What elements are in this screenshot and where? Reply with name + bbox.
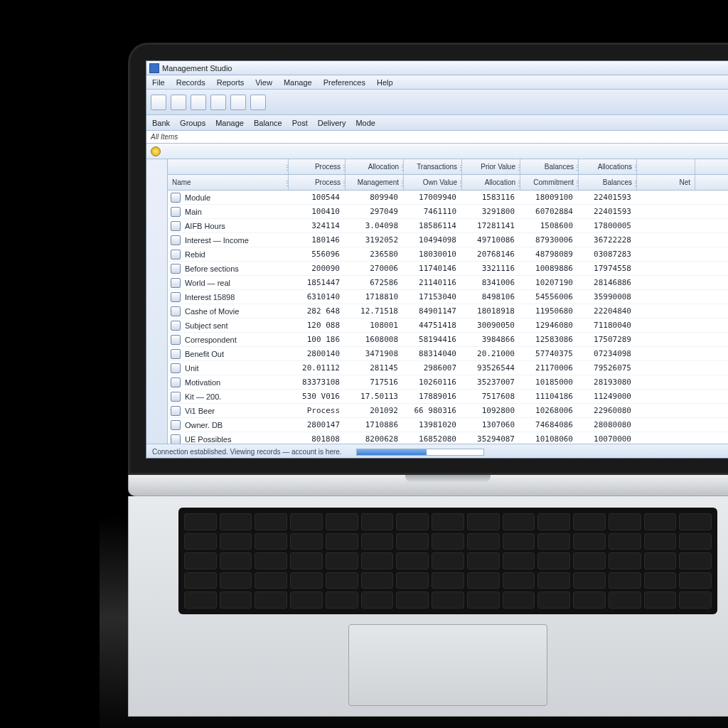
table-row[interactable]: Rebid55609623658018030010207681464879808… — [168, 247, 728, 262]
toolbar-icon-1[interactable] — [151, 95, 166, 110]
toolbar-icon-5[interactable] — [230, 95, 246, 110]
tb2-mode[interactable]: Mode — [355, 119, 375, 127]
cell-value: 2800140 — [289, 349, 346, 358]
cell-value: 17.50113 — [346, 392, 404, 401]
cell-value: 10207190 — [520, 278, 579, 287]
cell-value: 120 088 — [289, 321, 346, 330]
cell-value: 2986007 — [404, 363, 462, 373]
toolbar-icon-3[interactable] — [191, 95, 206, 110]
cell-value: 1583116 — [462, 193, 520, 202]
tb2-groups[interactable]: Groups — [180, 119, 205, 127]
progress-bar — [356, 449, 484, 456]
table-row[interactable]: Before sections2000902700061174014633211… — [168, 262, 728, 276]
row-name: Cashe of Movie — [185, 307, 239, 316]
cell-value: 60702884 — [520, 207, 579, 216]
table-row[interactable]: Interest 1589863101401718810171530408498… — [168, 290, 728, 304]
cell-value: 1092800 — [462, 406, 520, 415]
col-balances[interactable]: Balances⋮ — [579, 175, 637, 190]
cell-value: 7517608 — [462, 392, 520, 401]
cell-value: 12946080 — [520, 321, 579, 330]
table-row[interactable]: Benefit Out280014034719088831404020.2100… — [168, 347, 728, 361]
cell-value: 03087283 — [579, 250, 637, 259]
path-bar: All Items — [146, 131, 728, 144]
menu-preferences[interactable]: Preferences — [323, 78, 365, 87]
table-row[interactable]: Kit — 200.530 V01617.5011317889016751760… — [168, 390, 728, 404]
table-row[interactable]: Vi1 BeerProcess20109266 9803161092800102… — [168, 404, 728, 418]
col-commitment[interactable]: Commitment⋮ — [520, 175, 579, 190]
table-row[interactable]: Interest — Income18014631920521049409849… — [168, 233, 728, 247]
cell-value: 3984866 — [462, 335, 520, 344]
row-name: Owner. DB — [185, 421, 223, 429]
tb2-balance[interactable]: Balance — [254, 119, 282, 127]
row-name: UE Possibles — [185, 435, 231, 444]
cell-value: 48798089 — [520, 250, 579, 259]
group-header — [146, 144, 728, 159]
cell-value: 1508600 — [520, 221, 579, 230]
cell-value: 66 980316 — [404, 406, 462, 415]
col-allocation[interactable]: Allocation⋮ — [462, 175, 520, 190]
toolbar-icon-4[interactable] — [210, 95, 226, 110]
row-icon — [171, 406, 181, 416]
menu-reports[interactable]: Reports — [217, 78, 245, 87]
row-name: Interest 15898 — [185, 293, 235, 301]
data-grid: ⋮ Process⋮ Allocation⋮ Transactions⋮ Pri… — [168, 159, 728, 444]
cell-value: 282 648 — [289, 306, 346, 316]
row-name: Kit — 200. — [185, 392, 221, 401]
menu-file[interactable]: File — [152, 78, 165, 87]
table-row[interactable]: AIFB Hours3241143.0409818586114172811411… — [168, 219, 728, 233]
menu-view[interactable]: View — [255, 78, 272, 87]
table-row[interactable]: Correspondent100 18616080085819441639848… — [168, 333, 728, 347]
cell-value: 12.71518 — [346, 306, 404, 316]
cell-value: 11950680 — [520, 306, 579, 316]
table-row[interactable]: Main100410297049746111032918006070288422… — [168, 205, 728, 219]
table-row[interactable]: Unit20.011122811452986007935265442117000… — [168, 361, 728, 375]
cell-value: 10268006 — [520, 406, 579, 415]
table-row[interactable]: Module1005448099401700994015831161800910… — [168, 191, 728, 205]
table-row[interactable]: UE Possibles8018088200628168520803529408… — [168, 432, 728, 444]
cell-value: 28146886 — [579, 278, 637, 287]
path-text: All Items — [151, 133, 178, 141]
row-name: Rebid — [185, 250, 205, 259]
col-net[interactable]: Net — [637, 175, 695, 190]
toolbar-icon-6[interactable] — [250, 95, 266, 110]
cell-value: 100 186 — [289, 335, 346, 344]
cell-value: 20.21000 — [462, 349, 520, 358]
table-row[interactable]: Subject sent120 088108001447514183009005… — [168, 318, 728, 333]
app-window: Management Studio File Records Reports V… — [146, 60, 728, 459]
row-icon — [171, 349, 181, 359]
cell-value: 556096 — [289, 250, 346, 259]
col-name[interactable]: Name⋮ — [168, 175, 289, 190]
menu-help[interactable]: Help — [377, 78, 393, 87]
tb2-bank[interactable]: Bank — [152, 119, 170, 127]
cell-value: 809940 — [346, 193, 404, 202]
cell-value: 180146 — [289, 235, 346, 245]
cell-value: 108001 — [346, 321, 404, 330]
cell-value: 236580 — [346, 250, 404, 259]
tb2-delivery[interactable]: Delivery — [318, 119, 346, 127]
cell-value: 36722228 — [579, 235, 637, 245]
row-name: Unit — [185, 364, 199, 373]
title-bar[interactable]: Management Studio — [146, 61, 728, 75]
table-row[interactable]: Cashe of Movie282 64812.7151884901147180… — [168, 304, 728, 318]
cell-value: 270006 — [346, 264, 404, 273]
col-own-value[interactable]: Own Value⋮ — [404, 175, 462, 190]
col-management[interactable]: Management⋮ — [346, 175, 404, 190]
row-icon — [171, 292, 181, 302]
table-row[interactable]: Motivation833731087175161026011635237007… — [168, 375, 728, 390]
col-process[interactable]: Process⋮ — [289, 175, 346, 190]
side-tree[interactable] — [146, 159, 168, 444]
table-row[interactable]: World — real1851447672586211401168341006… — [168, 276, 728, 290]
cell-value: 35237007 — [462, 378, 520, 387]
cell-value: 20.01112 — [289, 363, 346, 373]
keyboard — [178, 508, 717, 614]
row-icon — [171, 434, 181, 444]
menu-manage[interactable]: Manage — [284, 78, 312, 87]
toolbar-icon-2[interactable] — [171, 95, 186, 110]
cell-value: 17800005 — [579, 221, 637, 230]
tb2-manage[interactable]: Manage — [215, 119, 244, 127]
menu-records[interactable]: Records — [176, 78, 205, 87]
table-row[interactable]: Owner. DB2800147171088613981020130706074… — [168, 418, 728, 432]
tb2-post[interactable]: Post — [292, 119, 308, 127]
row-name: Correspondent — [185, 336, 237, 344]
cell-value: 6310140 — [289, 292, 346, 301]
